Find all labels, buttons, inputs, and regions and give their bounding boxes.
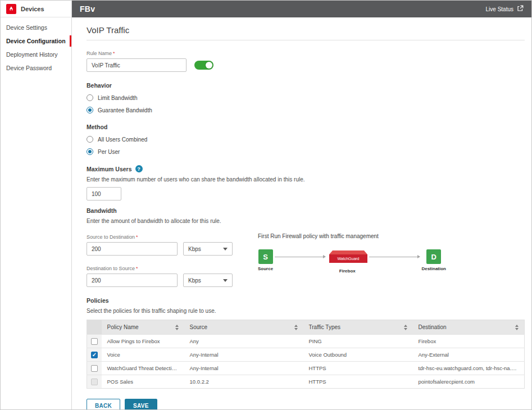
cell-destination: tdr-hsc-eu.watchguard.com, tdr-hsc-na.wa… [413, 362, 525, 375]
cell-traffic-types: PING [303, 335, 413, 348]
cell-source: Any-Internal [184, 348, 303, 362]
rule-name-input[interactable] [87, 58, 187, 72]
diagram-caption: First Run Firewall policy with traffic m… [258, 233, 446, 239]
topbar: FBv Live Status [72, 1, 531, 17]
table-row: POS Sales 10.0.2.2 HTTPS pointofsalerecp… [87, 375, 525, 389]
live-status-link[interactable]: Live Status [486, 5, 524, 13]
destination-node-icon: D [426, 249, 441, 264]
chevron-down-icon [223, 248, 228, 250]
live-status-label: Live Status [486, 6, 513, 12]
sort-icon[interactable] [294, 325, 298, 330]
svg-text:WatchGuard: WatchGuard [338, 257, 360, 261]
column-header-source[interactable]: Source [184, 320, 303, 335]
traffic-diagram: First Run Firewall policy with traffic m… [258, 233, 446, 274]
sort-icon[interactable] [404, 325, 407, 330]
required-marker: * [136, 234, 138, 240]
radio-all-users-combined[interactable]: All Users Combined [87, 136, 525, 143]
radio-limit-bandwidth[interactable]: Limit Bandwidth [87, 94, 525, 101]
sidebar-item-device-configuration[interactable]: Device Configuration [1, 34, 71, 48]
column-header-traffic-types[interactable]: Traffic Types [303, 320, 413, 335]
back-button[interactable]: BACK [87, 399, 120, 409]
radio-label: Guarantee Bandwidth [98, 107, 152, 113]
cell-policy-name: Voice [102, 348, 184, 362]
arrow-right-icon [369, 257, 420, 257]
method-label: Method [87, 124, 525, 130]
row-checkbox[interactable] [91, 338, 98, 345]
cell-destination: Any-External [413, 348, 525, 362]
sort-icon[interactable] [175, 325, 179, 330]
bandwidth-label: Bandwidth [87, 207, 525, 214]
unit-value: Kbps [188, 246, 201, 252]
sidebar-item-device-password[interactable]: Device Password [1, 61, 71, 75]
cell-traffic-types: Voice Outbound [303, 348, 413, 362]
diagram-destination-node: D Destination [421, 249, 446, 271]
cell-policy-name: POS Sales [102, 375, 184, 389]
radio-label: Per User [98, 149, 120, 155]
radio-icon [87, 136, 93, 143]
main-area: FBv Live Status VoIP Traffic Rule Name* … [72, 1, 531, 409]
required-marker: * [136, 266, 138, 271]
radio-label: All Users Combined [98, 136, 147, 143]
sidebar-brand[interactable]: Devices [1, 1, 71, 17]
required-marker: * [113, 51, 115, 56]
table-row: WatchGuard Threat Detectio... Any-Intern… [87, 362, 525, 375]
cell-policy-name: Allow Pings to Firebox [102, 335, 184, 348]
behavior-label: Behavior [87, 82, 525, 89]
sidebar-item-deployment-history[interactable]: Deployment History [1, 48, 71, 61]
rule-name-label: Rule Name* [87, 51, 525, 56]
destination-to-source-unit-select[interactable]: Kbps [183, 274, 233, 287]
radio-guarantee-bandwidth[interactable]: Guarantee Bandwidth [87, 107, 525, 113]
brand-label: Devices [21, 6, 44, 12]
bandwidth-description: Enter the amount of bandwidth to allocat… [87, 218, 525, 224]
rule-enabled-toggle[interactable] [194, 61, 213, 70]
radio-icon [87, 94, 93, 101]
maximum-users-description: Enter the maximum number of users who ca… [87, 176, 525, 183]
cell-source: 10.0.2.2 [184, 375, 303, 389]
policies-table: Policy Name Source Traffic Types Destina… [87, 320, 525, 389]
sidebar-item-device-settings[interactable]: Device Settings [1, 21, 71, 34]
cell-policy-name: WatchGuard Threat Detectio... [102, 362, 184, 375]
diagram-source-node: S Source [258, 249, 273, 271]
radio-label: Limit Bandwidth [98, 95, 138, 101]
row-checkbox [91, 379, 98, 385]
sort-icon[interactable] [515, 325, 519, 330]
external-link-icon [517, 5, 524, 13]
row-checkbox[interactable] [91, 352, 98, 358]
table-row: Voice Any-Internal Voice Outbound Any-Ex… [87, 348, 525, 362]
radio-icon [87, 148, 93, 155]
destination-to-source-input[interactable] [87, 274, 178, 287]
select-column-header [87, 320, 102, 335]
unit-value: Kbps [188, 277, 201, 284]
toggle-knob [206, 62, 212, 69]
policies-description: Select the policies for this traffic sha… [87, 308, 525, 314]
cell-destination: Firebox [413, 335, 525, 348]
arrow-right-icon [275, 257, 325, 257]
source-node-icon: S [258, 249, 273, 264]
sidebar: Devices Device Settings Device Configura… [1, 1, 72, 409]
source-node-label: Source [258, 266, 273, 271]
cell-destination: pointofsalerecpient.com [413, 375, 525, 389]
maximum-users-input[interactable] [87, 187, 121, 201]
firebox-node-label: Firebox [339, 268, 356, 274]
radio-per-user[interactable]: Per User [87, 148, 525, 155]
cell-traffic-types: HTTPS [303, 362, 413, 375]
title-divider [87, 40, 525, 40]
policies-label: Policies [87, 297, 525, 304]
chevron-down-icon [223, 279, 228, 282]
destination-node-label: Destination [421, 266, 446, 271]
source-to-destination-input[interactable] [87, 242, 178, 256]
maximum-users-label: Maximum Users [87, 166, 132, 172]
table-row: Allow Pings to Firebox Any PING Firebox [87, 335, 525, 348]
radio-icon [87, 107, 93, 113]
help-icon[interactable]: ? [135, 165, 143, 172]
cell-source: Any-Internal [184, 362, 303, 375]
cell-traffic-types: HTTPS [303, 375, 413, 389]
column-header-policy-name[interactable]: Policy Name [102, 320, 184, 335]
column-header-destination[interactable]: Destination [413, 320, 525, 335]
source-to-destination-unit-select[interactable]: Kbps [183, 242, 233, 256]
app-window: Devices Device Settings Device Configura… [0, 0, 532, 410]
sidebar-nav: Device Settings Device Configuration Dep… [1, 17, 71, 75]
save-button[interactable]: SAVE [125, 399, 157, 409]
row-checkbox[interactable] [91, 365, 98, 372]
table-header-row: Policy Name Source Traffic Types Destina… [87, 320, 525, 335]
